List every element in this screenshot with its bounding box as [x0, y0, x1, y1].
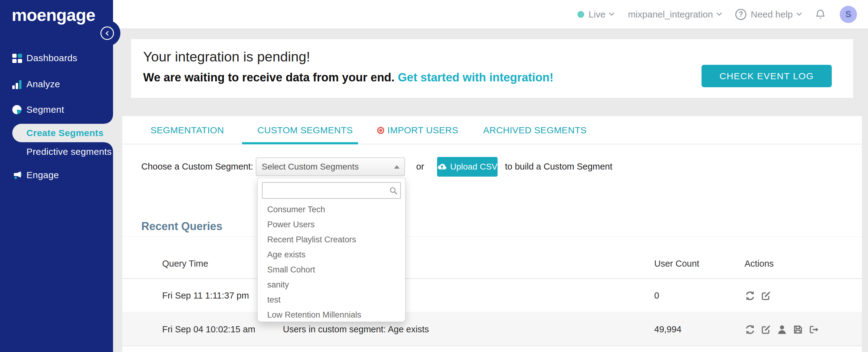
chevron-left-icon: [106, 31, 111, 36]
segment-pie-icon: [12, 105, 22, 115]
sidebar-item-dashboards[interactable]: Dashboards: [0, 51, 113, 66]
search-icon: [389, 187, 398, 196]
build-segment-suffix-text: to build a Custom Segment: [505, 162, 613, 171]
dropdown-option[interactable]: sanity: [258, 277, 405, 292]
sidebar: moengage Dashboards Analyze Segment Crea…: [0, 0, 113, 352]
workspace-label: mixpanel_integration: [628, 9, 713, 20]
or-text: or: [416, 162, 424, 171]
dropdown-option[interactable]: Recent Playlist Creators: [258, 232, 405, 247]
sidebar-item-engage[interactable]: Engage: [0, 167, 113, 183]
refresh-icon[interactable]: [745, 290, 755, 301]
sidebar-item-segment[interactable]: Segment: [0, 102, 113, 117]
sidebar-item-create-segments-active[interactable]: Create Segments: [12, 124, 113, 142]
engage-megaphone-icon: [12, 170, 22, 180]
dropdown-option[interactable]: Consumer Tech: [258, 202, 405, 217]
dropdown-option[interactable]: test: [258, 292, 405, 308]
environment-label: Live: [589, 9, 606, 20]
moengage-logo: moengage: [12, 5, 95, 25]
tab-label: ARCHIVED SEGMENTS: [483, 125, 587, 135]
sidebar-item-label: Engage: [26, 170, 59, 180]
dropdown-option[interactable]: Small Cohort: [258, 262, 405, 277]
dropdown-search-box: [262, 182, 401, 199]
analyze-bars-icon: [12, 79, 22, 89]
live-status-dot-icon: [578, 11, 584, 18]
dropdown-option[interactable]: Age exists: [258, 247, 405, 262]
sidebar-item-predictive-segments[interactable]: Predictive segments: [0, 144, 113, 159]
dropdown-options-list: Consumer Tech Power Users Recent Playlis…: [258, 202, 405, 322]
top-header: Live mixpanel_integration ? Need help S: [113, 0, 868, 29]
cloud-upload-icon: [437, 163, 447, 171]
integration-pending-banner: Your integration is pending! We are wait…: [130, 39, 854, 98]
sidebar-item-label: Create Segments: [26, 128, 103, 138]
edit-icon[interactable]: [761, 324, 772, 335]
export-icon[interactable]: [808, 324, 819, 335]
get-started-link[interactable]: Get started with integration!: [398, 71, 554, 84]
dashboards-grid-icon: [12, 53, 22, 63]
question-mark-icon: ?: [735, 9, 746, 20]
upload-csv-label: Upload CSV: [450, 162, 497, 172]
sidebar-collapse-button[interactable]: [100, 26, 114, 40]
select-value: Select Custom Segments: [262, 162, 359, 172]
pill-corner-top: [104, 115, 113, 124]
dropdown-search-input[interactable]: [266, 183, 385, 198]
check-event-log-button[interactable]: CHECK EVENT LOG: [702, 65, 832, 87]
user-icon[interactable]: [776, 324, 787, 335]
workspace-switcher[interactable]: mixpanel_integration: [628, 9, 721, 20]
tab-label: CUSTOM SEGMENTS: [257, 125, 353, 135]
dropdown-option[interactable]: Power Users: [258, 217, 405, 232]
column-header-actions: Actions: [745, 254, 774, 273]
table-row: Fri Sep 11 1:11:37 pm 0: [122, 279, 862, 312]
app-root: moengage Dashboards Analyze Segment Crea…: [0, 0, 868, 352]
user-count-cell: 0: [654, 279, 659, 312]
chevron-down-icon: [796, 10, 802, 16]
query-time-cell: Fri Sep 11 1:11:37 pm: [162, 279, 249, 312]
tabs-row: SEGMENTATION CUSTOM SEGMENTS IMPORT USER…: [122, 116, 862, 145]
avatar-initial: S: [845, 9, 851, 19]
edit-icon[interactable]: [761, 290, 772, 301]
tab-segmentation[interactable]: SEGMENTATION: [151, 116, 224, 145]
column-header-user-count: User Count: [654, 254, 700, 273]
sidebar-item-label: Predictive segments: [26, 147, 112, 157]
tab-label: IMPORT USERS: [387, 125, 458, 135]
custom-segment-select[interactable]: Select Custom Segments: [256, 158, 405, 176]
refresh-icon[interactable]: [745, 324, 755, 335]
banner-subtitle: We are waiting to receive data from your…: [143, 71, 554, 84]
column-header-query-time: Query Time: [162, 254, 208, 273]
choose-segment-label: Choose a Custom Segment:: [141, 162, 253, 171]
sidebar-item-label: Segment: [26, 104, 64, 115]
active-tab-underline: [242, 142, 358, 145]
save-icon[interactable]: [793, 324, 804, 335]
chevron-down-icon: [609, 10, 615, 16]
row-actions: [745, 313, 819, 346]
custom-segment-dropdown-panel: Consumer Tech Power Users Recent Playlis…: [257, 178, 405, 322]
query-time-cell: Fri Sep 04 10:02:15 am: [162, 313, 255, 346]
upload-csv-button[interactable]: Upload CSV: [437, 157, 498, 177]
need-help-menu[interactable]: ? Need help: [735, 9, 801, 20]
import-users-record-icon: [377, 127, 384, 134]
triangle-up-icon: [394, 165, 400, 169]
sidebar-item-label: Analyze: [26, 79, 60, 89]
tab-import-users[interactable]: IMPORT USERS: [377, 116, 458, 145]
chevron-down-icon: [717, 10, 722, 16]
need-help-label: Need help: [751, 9, 793, 20]
notifications-bell-icon[interactable]: [815, 9, 826, 20]
segments-card: SEGMENTATION CUSTOM SEGMENTS IMPORT USER…: [122, 116, 862, 352]
recent-queries-title: Recent Queries: [141, 220, 222, 233]
dropdown-option[interactable]: Low Retention Millennials: [258, 308, 405, 322]
table-row: Fri Sep 04 10:02:15 am Users in custom s…: [122, 313, 862, 346]
banner-title: Your integration is pending!: [143, 49, 310, 65]
divider: [122, 236, 862, 237]
row-actions: [745, 279, 772, 312]
tab-label: SEGMENTATION: [151, 125, 224, 135]
tab-archived-segments[interactable]: ARCHIVED SEGMENTS: [483, 116, 587, 145]
banner-subtitle-text: We are waiting to receive data from your…: [143, 71, 395, 84]
tab-custom-segments[interactable]: CUSTOM SEGMENTS: [257, 116, 353, 145]
user-count-cell: 49,994: [654, 313, 682, 346]
sidebar-item-label: Dashboards: [26, 53, 78, 63]
user-avatar[interactable]: S: [840, 6, 857, 23]
sidebar-item-analyze[interactable]: Analyze: [0, 76, 113, 92]
environment-switcher[interactable]: Live: [578, 9, 614, 20]
